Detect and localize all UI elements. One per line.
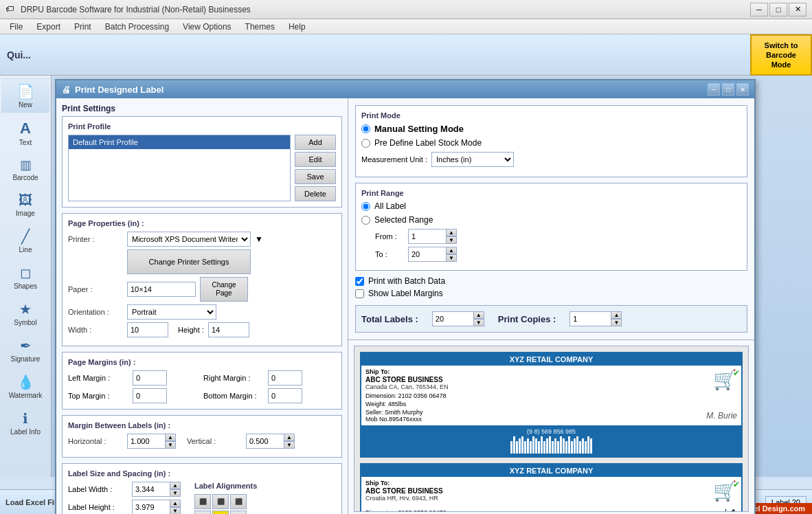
print-copies-input[interactable]: [569, 311, 611, 326]
label-height-input[interactable]: [132, 500, 170, 514]
manual-mode-radio[interactable]: [361, 124, 370, 133]
align-mid-right[interactable]: ⬛: [230, 511, 247, 514]
menu-themes[interactable]: Themes: [238, 21, 282, 33]
selected-range-row: Selected Range: [361, 215, 741, 225]
sidebar-item-symbol[interactable]: ★ Symbol: [1, 296, 49, 331]
sidebar-item-label-info[interactable]: ℹ Label Info: [1, 405, 49, 440]
totals-row: Total Labels : ▲ ▼ Print Copies :: [355, 305, 747, 333]
switch-to-barcode-mode-button[interactable]: Switch toBarcodeMode: [750, 34, 812, 76]
top-margin-input[interactable]: [133, 388, 167, 403]
horizontal-input[interactable]: [127, 434, 165, 449]
predefine-mode-radio[interactable]: [361, 139, 370, 148]
sidebar-item-shapes[interactable]: ◻ Shapes: [1, 260, 49, 295]
menu-file[interactable]: File: [3, 21, 30, 33]
measurement-select[interactable]: Inches (in): [431, 152, 514, 167]
label-height-down[interactable]: ▼: [170, 507, 181, 514]
horizontal-up-button[interactable]: ▲: [165, 434, 176, 441]
align-mid-center[interactable]: ⬛: [212, 511, 229, 514]
app-close-button[interactable]: ✕: [789, 3, 807, 16]
print-batch-checkbox[interactable]: [355, 277, 364, 286]
label-size-title: Label Size and Spacing (in) :: [68, 469, 336, 478]
dialog-maximize-button[interactable]: □: [722, 83, 734, 96]
bottom-margin-input[interactable]: [268, 388, 302, 403]
change-printer-button[interactable]: Change Printer Settings: [127, 249, 251, 274]
edit-profile-button[interactable]: Edit: [295, 152, 336, 167]
print-batch-label[interactable]: Print with Batch Data: [368, 276, 445, 286]
title-bar-controls: ─ □ ✕: [750, 3, 807, 16]
predefine-mode-label[interactable]: Pre Define Label Stock Mode: [374, 138, 482, 148]
change-page-button[interactable]: ChangePage: [200, 277, 248, 302]
to-down[interactable]: ▼: [446, 254, 457, 262]
menu-view-options[interactable]: View Options: [176, 21, 238, 33]
menu-print[interactable]: Print: [67, 21, 98, 33]
from-input[interactable]: [408, 229, 446, 244]
menu-batch-processing[interactable]: Batch Processing: [98, 21, 176, 33]
total-down[interactable]: ▼: [473, 319, 484, 326]
vertical-input[interactable]: [246, 434, 284, 449]
show-margins-checkbox[interactable]: [355, 289, 364, 298]
horizontal-down-button[interactable]: ▼: [165, 441, 176, 449]
to-up[interactable]: ▲: [446, 247, 457, 254]
vertical-spinner-buttons: ▲ ▼: [284, 434, 295, 449]
profile-item-default[interactable]: Default Print Profile: [69, 135, 290, 149]
total-labels-spinner: ▲ ▼: [432, 311, 484, 326]
print-profile-title: Print Profile: [68, 122, 336, 131]
save-profile-button[interactable]: Save: [295, 169, 336, 184]
manual-mode-label[interactable]: Manual Setting Mode: [374, 124, 464, 134]
label-info-icon: ℹ: [23, 410, 28, 427]
symbol-icon: ★: [19, 301, 32, 317]
dialog-close-button[interactable]: ✕: [736, 83, 749, 96]
height-input[interactable]: [208, 322, 249, 337]
align-top-center[interactable]: ⬛: [212, 494, 229, 509]
left-margin-input[interactable]: [133, 370, 167, 386]
selected-range-label[interactable]: Selected Range: [374, 215, 433, 225]
copies-down[interactable]: ▼: [611, 319, 622, 326]
align-top-left[interactable]: ⬛: [194, 494, 211, 509]
maximize-button[interactable]: □: [769, 3, 787, 16]
add-profile-button[interactable]: Add: [295, 135, 336, 150]
copies-up[interactable]: ▲: [611, 311, 622, 319]
minimize-button[interactable]: ─: [750, 3, 768, 16]
right-margin-input[interactable]: [268, 370, 302, 386]
total-labels-input[interactable]: [432, 311, 473, 326]
all-label-radio[interactable]: [361, 202, 370, 211]
show-margins-label[interactable]: Show Label Margins: [368, 289, 443, 298]
selected-range-radio[interactable]: [361, 216, 370, 225]
print-range-section: Print Range All Label Selected Range Fro…: [355, 183, 747, 271]
sidebar-item-line[interactable]: ╱ Line: [1, 223, 49, 258]
width-input[interactable]: [127, 322, 168, 337]
vertical-up-button[interactable]: ▲: [284, 434, 295, 441]
from-up[interactable]: ▲: [446, 229, 457, 236]
sidebar-item-barcode[interactable]: ▥ Barcode: [1, 153, 49, 186]
label-width-down[interactable]: ▼: [170, 489, 181, 497]
dialog-minimize-button[interactable]: ─: [708, 83, 720, 96]
align-top-right[interactable]: ⬛: [230, 494, 247, 509]
paper-input[interactable]: [127, 282, 196, 297]
vertical-down-button[interactable]: ▼: [284, 441, 295, 449]
margin-between-row: Horizontal : ▲ ▼ Vertical :: [68, 434, 336, 449]
menu-help[interactable]: Help: [282, 21, 313, 33]
orientation-select[interactable]: Portrait: [127, 304, 216, 320]
sidebar-label-signature: Signature: [11, 355, 41, 363]
profile-list[interactable]: Default Print Profile: [68, 135, 291, 201]
sidebar-item-watermark[interactable]: 💧 Watermark: [1, 369, 49, 404]
label-size-section: Label Size and Spacing (in) : Label Widt…: [62, 463, 342, 514]
sidebar-item-signature[interactable]: ✒ Signature: [1, 333, 49, 368]
delete-profile-button[interactable]: Delete: [295, 186, 336, 201]
all-label-option[interactable]: All Label: [374, 201, 406, 211]
printer-select[interactable]: Microsoft XPS Document Writer: [127, 232, 251, 247]
from-down[interactable]: ▼: [446, 236, 457, 244]
from-spinner-buttons: ▲ ▼: [446, 229, 457, 244]
to-input[interactable]: [408, 247, 446, 262]
sidebar-item-image[interactable]: 🖼 Image: [1, 188, 49, 222]
total-up[interactable]: ▲: [473, 311, 484, 319]
from-spinner: ▲ ▼: [408, 229, 457, 244]
menu-export[interactable]: Export: [30, 21, 67, 33]
size-row: Width : Height :: [68, 322, 336, 337]
align-mid-left[interactable]: ⬛: [194, 511, 211, 514]
label-height-up[interactable]: ▲: [170, 500, 181, 507]
sidebar-item-new[interactable]: 📄 New: [1, 78, 49, 113]
label-width-input[interactable]: [132, 482, 170, 497]
sidebar-item-text[interactable]: A Text: [1, 115, 49, 151]
label-width-up[interactable]: ▲: [170, 482, 181, 489]
